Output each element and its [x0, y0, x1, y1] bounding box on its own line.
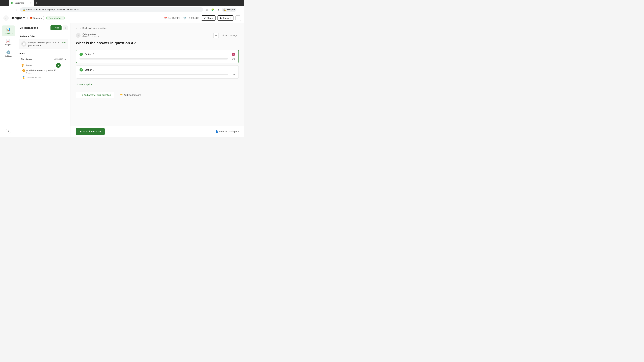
option-1-bar-bg: [80, 58, 228, 59]
nav-refresh-button[interactable]: ↻: [14, 7, 19, 12]
option-1-check: ✓: [80, 53, 83, 56]
new-interface-label: New interface: [49, 17, 62, 19]
option-2-bar-row: 0%: [80, 73, 235, 76]
back-to-quiz-link[interactable]: ← ← Back to all quiz questions: [76, 27, 239, 29]
polls-section: Polls: [17, 51, 70, 56]
nav-forward-button[interactable]: →: [8, 7, 13, 12]
url-text: admin.sli.do/event/8Goq3eqYCVaD6c1SPMVoE…: [26, 8, 79, 11]
poll-group-title: Question A: [21, 58, 52, 60]
poll-item-more-button[interactable]: ⋮: [62, 63, 66, 67]
share-icon: ↗: [204, 17, 206, 19]
download-button[interactable]: ⬇: [216, 7, 221, 12]
leaderboard-item[interactable]: 🏅 Final leaderboard: [19, 75, 68, 80]
analytics-icon: 📈: [6, 39, 10, 43]
present-icon: ▶: [220, 17, 222, 19]
more-options-button[interactable]: •••: [236, 15, 241, 21]
qa-card: 💬 Add Q&A to collect questions from your…: [19, 39, 68, 49]
add-button[interactable]: + Add: [50, 25, 62, 30]
share-button[interactable]: ↗ Share: [201, 15, 216, 21]
calendar-icon: 📅: [164, 17, 167, 19]
present-label: Present: [223, 17, 230, 19]
header-date: 📅 Oct 11, 2024: [164, 17, 180, 19]
sidebar-item-analytics[interactable]: 📈 Analytics: [2, 37, 15, 48]
main-content: ← ← Back to all quiz questions 1 Quiz qu…: [70, 23, 244, 137]
quiz-actions-row: + + Add another quiz question 🏆 Add lead…: [76, 92, 239, 98]
footer-bar: ▶ Start interaction 👤 View as participan…: [70, 126, 244, 137]
quiz-meta: 0 votes • 20 sec ▾: [82, 35, 211, 38]
incognito-label: Incognito: [226, 8, 235, 11]
extensions-button[interactable]: 🧩: [210, 7, 215, 12]
nav-back-button[interactable]: ←: [2, 7, 7, 12]
analytics-label: Analytics: [4, 43, 12, 45]
start-interaction-button[interactable]: ▶ Start interaction: [76, 128, 105, 135]
sidebar-item-settings[interactable]: ⚙️ Settings: [2, 48, 15, 59]
poll-group-count: 1 question: [54, 58, 63, 60]
panel-title: My interactions: [20, 26, 49, 29]
browser-nav: ← → ↻ 🔒 admin.sli.do/event/8Goq3eqYCVaD6…: [0, 6, 244, 13]
qa-icon: 💬: [21, 41, 26, 46]
option-2-pct: 0%: [230, 73, 235, 76]
play-button[interactable]: ▶: [56, 63, 61, 68]
sidebar-item-interactions[interactable]: 📊 Interactions: [2, 25, 15, 36]
present-button[interactable]: ▶ Present: [218, 15, 234, 21]
main-inner: ← ← Back to all quiz questions 1 Quiz qu…: [70, 23, 244, 126]
question-type-indicator: !: [22, 69, 25, 72]
new-tab-button[interactable]: +: [34, 1, 38, 5]
votes-meta: 0 votes: [82, 35, 89, 38]
separator-dot: •: [90, 35, 90, 38]
address-bar[interactable]: 🔒 admin.sli.do/event/8Goq3eqYCVaD6c1SPMV…: [20, 7, 203, 12]
quiz-header: 1 Quiz question 0 votes • 20 sec ▾ ⊞ ⚙ P…: [76, 33, 239, 38]
panel-header: My interactions + Add «: [17, 23, 70, 33]
option-1-card[interactable]: ✓ Option 1 T 0%: [76, 50, 239, 63]
upgrade-label: Upgrade: [33, 17, 42, 19]
audience-qa-section: Audience Q&A: [17, 33, 70, 39]
add-another-quiz-button[interactable]: + + Add another quiz question: [76, 92, 114, 98]
start-interaction-label: Start interaction: [83, 130, 101, 133]
new-interface-button[interactable]: New interface: [46, 16, 64, 20]
question-display-text: What is the answer in question A?: [76, 41, 239, 45]
shield-icon-btn[interactable]: 🛡️: [182, 16, 187, 20]
view-as-participant-button[interactable]: 👤 View as participant: [215, 130, 239, 133]
qa-add-link[interactable]: Add: [62, 41, 66, 44]
question-text-preview: What is the answer in question A?: [26, 69, 56, 72]
grid-view-button[interactable]: ⊞: [213, 33, 219, 38]
header-title: Designers: [11, 16, 25, 20]
collapse-panel-button[interactable]: «: [63, 25, 68, 30]
sidebar-bottom: ?: [6, 129, 11, 134]
upgrade-button[interactable]: 🎁 Upgrade: [27, 16, 44, 20]
add-option-row[interactable]: + + Add option: [76, 81, 239, 88]
help-button[interactable]: ?: [6, 129, 11, 134]
poll-group-header[interactable]: Question A 1 question ▲: [19, 56, 68, 62]
settings-gear-icon: ⚙: [222, 34, 224, 37]
add-leaderboard-button[interactable]: 🏆 Add leaderboard: [116, 92, 144, 98]
trophy-icon: 🏆: [21, 64, 24, 67]
time-chevron-icon[interactable]: ▾: [98, 35, 98, 38]
cursor-indicator: T: [232, 53, 235, 56]
event-id-value: 8664816: [191, 17, 199, 19]
menu-button[interactable]: ⋮: [238, 7, 242, 12]
tab-close-icon[interactable]: ×: [30, 2, 32, 4]
left-sidebar: 📊 Interactions 📈 Analytics ⚙️ Settings ?: [0, 23, 17, 137]
votes-count: 0 votes: [26, 64, 55, 66]
add-quiz-label: + Add another quiz question: [82, 94, 111, 96]
chevron-up-icon: ▲: [64, 58, 66, 60]
option-1-pct: 0%: [230, 58, 235, 60]
back-link-text: ← Back to all quiz questions: [80, 27, 107, 29]
question-item[interactable]: ! What is the answer in question A? 0 vo…: [19, 68, 68, 75]
add-leaderboard-label: Add leaderboard: [124, 94, 141, 96]
interactions-icon: 📊: [6, 27, 10, 31]
event-id: # 8664816: [189, 17, 199, 19]
lock-icon: 🔒: [23, 8, 25, 11]
quiz-number-badge: 1: [76, 33, 80, 38]
option-1-label: Option 1: [85, 53, 230, 56]
poll-group: Question A 1 question ▲ 🏆 0 votes ▶ ⋮ ! …: [19, 56, 68, 80]
poll-settings-button[interactable]: ⚙ Poll settings: [221, 33, 239, 38]
browser-tab-group: S Designers × +: [9, 0, 38, 6]
option-2-card[interactable]: ✓ Option 2 0%: [76, 65, 239, 79]
active-tab[interactable]: S Designers ×: [9, 0, 34, 6]
header-back-button[interactable]: ←: [3, 15, 9, 21]
tab-title: Designers: [15, 2, 29, 4]
bookmark-button[interactable]: ☆: [204, 7, 209, 12]
question-votes-count: 0 votes: [26, 72, 56, 74]
leaderboard-icon: 🏆: [120, 94, 122, 96]
